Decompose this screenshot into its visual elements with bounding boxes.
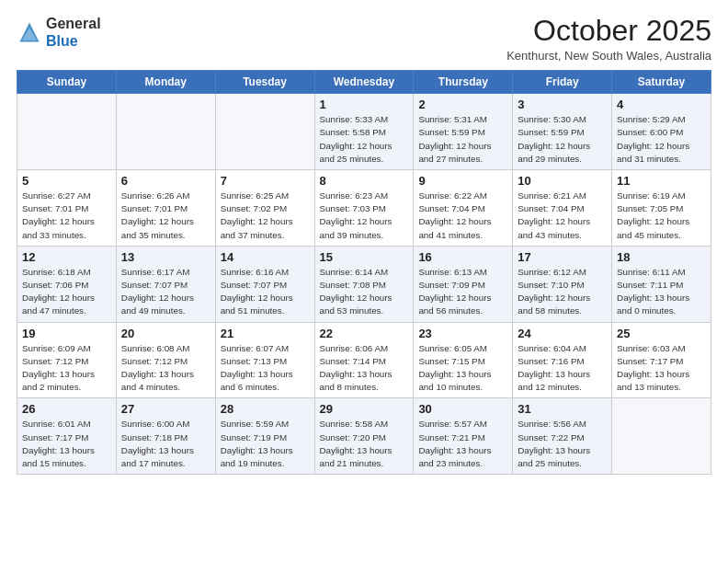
calendar-cell: 10Sunrise: 6:21 AM Sunset: 7:04 PM Dayli… xyxy=(513,170,612,247)
day-info: Sunrise: 5:30 AM Sunset: 5:59 PM Dayligh… xyxy=(518,113,607,166)
day-number: 31 xyxy=(518,402,607,416)
day-number: 17 xyxy=(518,250,607,264)
day-info: Sunrise: 6:11 AM Sunset: 7:11 PM Dayligh… xyxy=(617,266,706,318)
day-number: 7 xyxy=(221,174,310,188)
calendar-table: SundayMondayTuesdayWednesdayThursdayFrid… xyxy=(17,70,711,475)
calendar-week-row: 1Sunrise: 5:33 AM Sunset: 5:58 PM Daylig… xyxy=(17,94,711,170)
calendar-cell: 31Sunrise: 5:56 AM Sunset: 7:22 PM Dayli… xyxy=(513,398,612,475)
header: General Blue October 2025 Kenthurst, New… xyxy=(17,15,711,63)
logo: General Blue xyxy=(17,15,101,50)
calendar-cell: 9Sunrise: 6:22 AM Sunset: 7:04 PM Daylig… xyxy=(414,170,513,247)
day-info: Sunrise: 5:57 AM Sunset: 7:21 PM Dayligh… xyxy=(418,418,507,470)
logo-blue: Blue xyxy=(46,33,78,49)
day-number: 24 xyxy=(518,327,607,340)
calendar-cell: 17Sunrise: 6:12 AM Sunset: 7:10 PM Dayli… xyxy=(513,246,612,322)
day-number: 6 xyxy=(121,174,210,188)
calendar-cell: 14Sunrise: 6:16 AM Sunset: 7:07 PM Dayli… xyxy=(215,246,314,322)
calendar-cell: 11Sunrise: 6:19 AM Sunset: 7:05 PM Dayli… xyxy=(612,170,711,247)
day-number: 25 xyxy=(617,327,706,340)
page: General Blue October 2025 Kenthurst, New… xyxy=(0,0,728,563)
day-info: Sunrise: 6:23 AM Sunset: 7:03 PM Dayligh… xyxy=(320,190,409,242)
day-info: Sunrise: 6:00 AM Sunset: 7:18 PM Dayligh… xyxy=(121,418,210,470)
day-info: Sunrise: 6:08 AM Sunset: 7:12 PM Dayligh… xyxy=(121,342,210,395)
calendar-cell xyxy=(116,94,215,170)
day-number: 9 xyxy=(418,174,507,188)
day-number: 30 xyxy=(418,402,507,416)
day-number: 11 xyxy=(617,174,706,188)
calendar-cell: 12Sunrise: 6:18 AM Sunset: 7:06 PM Dayli… xyxy=(17,246,117,322)
day-info: Sunrise: 6:03 AM Sunset: 7:17 PM Dayligh… xyxy=(617,342,706,395)
calendar-cell: 3Sunrise: 5:30 AM Sunset: 5:59 PM Daylig… xyxy=(513,94,612,170)
calendar-cell xyxy=(612,398,711,475)
day-info: Sunrise: 6:09 AM Sunset: 7:12 PM Dayligh… xyxy=(22,342,111,395)
calendar-cell: 8Sunrise: 6:23 AM Sunset: 7:03 PM Daylig… xyxy=(314,170,414,247)
calendar-cell: 16Sunrise: 6:13 AM Sunset: 7:09 PM Dayli… xyxy=(414,246,513,322)
day-number: 1 xyxy=(320,98,409,111)
calendar-week-row: 26Sunrise: 6:01 AM Sunset: 7:17 PM Dayli… xyxy=(17,398,711,475)
calendar-cell: 29Sunrise: 5:58 AM Sunset: 7:20 PM Dayli… xyxy=(314,398,414,475)
calendar-cell: 27Sunrise: 6:00 AM Sunset: 7:18 PM Dayli… xyxy=(116,398,215,475)
day-number: 21 xyxy=(221,327,310,340)
day-info: Sunrise: 5:59 AM Sunset: 7:19 PM Dayligh… xyxy=(221,418,310,470)
calendar-day-header: Sunday xyxy=(17,71,117,94)
calendar-cell: 19Sunrise: 6:09 AM Sunset: 7:12 PM Dayli… xyxy=(17,322,117,398)
calendar-cell: 24Sunrise: 6:04 AM Sunset: 7:16 PM Dayli… xyxy=(513,322,612,398)
calendar-cell: 4Sunrise: 5:29 AM Sunset: 6:00 PM Daylig… xyxy=(612,94,711,170)
calendar-week-row: 5Sunrise: 6:27 AM Sunset: 7:01 PM Daylig… xyxy=(17,170,711,247)
calendar-header-row: SundayMondayTuesdayWednesdayThursdayFrid… xyxy=(17,71,711,94)
day-number: 8 xyxy=(320,174,409,188)
day-number: 28 xyxy=(221,402,310,416)
day-info: Sunrise: 5:31 AM Sunset: 5:59 PM Dayligh… xyxy=(418,113,507,166)
day-number: 2 xyxy=(418,98,507,111)
calendar-cell: 26Sunrise: 6:01 AM Sunset: 7:17 PM Dayli… xyxy=(17,398,117,475)
day-number: 3 xyxy=(518,98,607,111)
day-number: 4 xyxy=(617,98,706,111)
calendar-cell: 5Sunrise: 6:27 AM Sunset: 7:01 PM Daylig… xyxy=(17,170,117,247)
day-number: 12 xyxy=(22,250,111,264)
calendar-cell: 21Sunrise: 6:07 AM Sunset: 7:13 PM Dayli… xyxy=(215,322,314,398)
calendar-cell: 28Sunrise: 5:59 AM Sunset: 7:19 PM Dayli… xyxy=(215,398,314,475)
day-number: 22 xyxy=(320,327,409,340)
day-info: Sunrise: 6:16 AM Sunset: 7:07 PM Dayligh… xyxy=(221,266,310,318)
day-number: 13 xyxy=(121,250,210,264)
day-number: 29 xyxy=(320,402,409,416)
calendar-cell: 23Sunrise: 6:05 AM Sunset: 7:15 PM Dayli… xyxy=(414,322,513,398)
day-info: Sunrise: 6:19 AM Sunset: 7:05 PM Dayligh… xyxy=(617,190,706,242)
day-info: Sunrise: 6:13 AM Sunset: 7:09 PM Dayligh… xyxy=(418,266,507,318)
calendar-day-header: Monday xyxy=(116,71,215,94)
day-info: Sunrise: 5:29 AM Sunset: 6:00 PM Dayligh… xyxy=(617,113,706,166)
calendar-day-header: Tuesday xyxy=(215,71,314,94)
calendar-cell: 20Sunrise: 6:08 AM Sunset: 7:12 PM Dayli… xyxy=(116,322,215,398)
day-number: 20 xyxy=(121,327,210,340)
day-number: 18 xyxy=(617,250,706,264)
calendar-day-header: Friday xyxy=(513,71,612,94)
calendar-cell: 25Sunrise: 6:03 AM Sunset: 7:17 PM Dayli… xyxy=(612,322,711,398)
location: Kenthurst, New South Wales, Australia xyxy=(506,49,711,63)
day-info: Sunrise: 5:33 AM Sunset: 5:58 PM Dayligh… xyxy=(320,113,409,166)
day-info: Sunrise: 6:06 AM Sunset: 7:14 PM Dayligh… xyxy=(320,342,409,395)
day-info: Sunrise: 6:17 AM Sunset: 7:07 PM Dayligh… xyxy=(121,266,210,318)
calendar-cell: 13Sunrise: 6:17 AM Sunset: 7:07 PM Dayli… xyxy=(116,246,215,322)
day-info: Sunrise: 6:25 AM Sunset: 7:02 PM Dayligh… xyxy=(221,190,310,242)
calendar-week-row: 19Sunrise: 6:09 AM Sunset: 7:12 PM Dayli… xyxy=(17,322,711,398)
day-number: 27 xyxy=(121,402,210,416)
calendar-cell: 7Sunrise: 6:25 AM Sunset: 7:02 PM Daylig… xyxy=(215,170,314,247)
day-number: 19 xyxy=(22,327,111,340)
calendar-cell xyxy=(17,94,117,170)
calendar-cell: 1Sunrise: 5:33 AM Sunset: 5:58 PM Daylig… xyxy=(314,94,414,170)
day-number: 14 xyxy=(221,250,310,264)
calendar-week-row: 12Sunrise: 6:18 AM Sunset: 7:06 PM Dayli… xyxy=(17,246,711,322)
calendar-cell: 6Sunrise: 6:26 AM Sunset: 7:01 PM Daylig… xyxy=(116,170,215,247)
logo-text: General Blue xyxy=(46,15,101,50)
day-number: 26 xyxy=(22,402,111,416)
logo-icon xyxy=(17,19,42,45)
day-info: Sunrise: 5:56 AM Sunset: 7:22 PM Dayligh… xyxy=(518,418,607,470)
day-number: 15 xyxy=(320,250,409,264)
calendar-cell: 2Sunrise: 5:31 AM Sunset: 5:59 PM Daylig… xyxy=(414,94,513,170)
day-info: Sunrise: 6:04 AM Sunset: 7:16 PM Dayligh… xyxy=(518,342,607,395)
month-title: October 2025 xyxy=(506,15,711,47)
day-number: 5 xyxy=(22,174,111,188)
day-number: 16 xyxy=(418,250,507,264)
logo-general: General xyxy=(46,16,101,31)
day-info: Sunrise: 6:14 AM Sunset: 7:08 PM Dayligh… xyxy=(320,266,409,318)
